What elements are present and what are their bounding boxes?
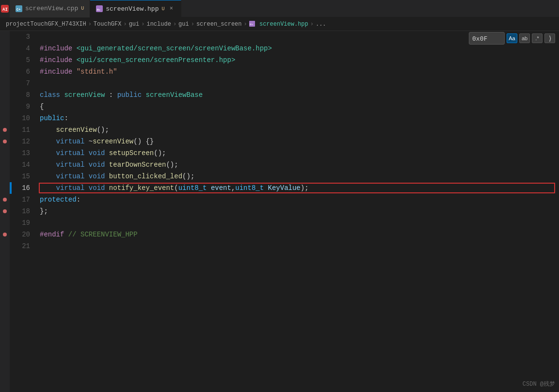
marker-line9 bbox=[0, 101, 10, 112]
breadcrumb-project[interactable]: projectTouchGFX_H743XIH bbox=[6, 21, 86, 28]
marker-line12 bbox=[0, 136, 10, 147]
code-line-5: #include <gui/screen_screen/screenPresen… bbox=[40, 54, 559, 66]
protected-keyword: protected bbox=[40, 196, 77, 204]
line-num-15: 15 bbox=[12, 171, 36, 182]
cpp-file-icon: C+ bbox=[16, 5, 22, 12]
type-uint8-keyvalue: uint8_t bbox=[235, 184, 264, 192]
marker-line5 bbox=[0, 54, 10, 66]
marker-strip bbox=[10, 31, 12, 392]
svg-text:AI: AI bbox=[2, 7, 8, 12]
code-line-14: virtual void tearDownScreen (); bbox=[40, 159, 559, 171]
breadcrumb-file[interactable]: H+ screenView.hpp bbox=[249, 21, 308, 28]
virtual-keyword-16: virtual bbox=[56, 184, 85, 192]
marker-line20 bbox=[0, 229, 10, 240]
func-teardownscreen: tearDownScreen bbox=[109, 161, 166, 169]
virtual-keyword-15: virtual bbox=[56, 172, 85, 180]
marker-line18 bbox=[0, 205, 10, 217]
classname-base: screenViewBase bbox=[145, 91, 203, 99]
marker-line11 bbox=[0, 124, 10, 136]
line-num-10: 10 bbox=[12, 112, 36, 124]
marker-line21 bbox=[0, 240, 10, 252]
line-num-18: 18 bbox=[12, 205, 36, 217]
tab-hpp-close[interactable]: × bbox=[167, 5, 175, 13]
search-panel: Aa ab .* ⟩ bbox=[469, 32, 555, 45]
line-num-20: 20 bbox=[12, 229, 36, 240]
search-btn-arrow[interactable]: ⟩ bbox=[544, 33, 555, 43]
marker-line7 bbox=[0, 78, 10, 89]
search-btn-aa[interactable]: Aa bbox=[507, 33, 517, 43]
app-icon: AI bbox=[1, 5, 9, 13]
line-num-5: 5 bbox=[12, 54, 36, 66]
void-keyword-16: void bbox=[89, 184, 105, 192]
breadcrumb: projectTouchGFX_H743XIH › TouchGFX › gui… bbox=[0, 17, 559, 31]
void-keyword-13: void bbox=[89, 149, 105, 157]
marker-line19 bbox=[0, 217, 10, 229]
breadcrumb-include[interactable]: include bbox=[146, 21, 171, 28]
type-uint8-event: uint8_t bbox=[178, 184, 207, 192]
line-num-14: 14 bbox=[12, 159, 36, 171]
class-keyword: class bbox=[40, 91, 60, 99]
line-num-13: 13 bbox=[12, 147, 36, 159]
include-path-5: <gui/screen_screen/screenPresenter.hpp> bbox=[77, 56, 236, 64]
line-numbers-gutter: 3 4 5 6 7 8 9 10 11 12 13 14 15 16 17 18… bbox=[12, 31, 36, 392]
line-num-9: 9 bbox=[12, 101, 36, 112]
line-num-12: 12 bbox=[12, 136, 36, 147]
line-num-3: 3 bbox=[12, 31, 36, 43]
line-num-21: 21 bbox=[12, 240, 36, 252]
void-keyword-15: void bbox=[89, 172, 105, 180]
endif-keyword: #endif bbox=[40, 231, 64, 238]
svg-text:H+: H+ bbox=[250, 23, 254, 26]
line-num-4: 4 bbox=[12, 43, 36, 54]
func-notify-key-event: notify_key_event bbox=[109, 184, 174, 192]
code-line-18: }; bbox=[40, 205, 559, 217]
svg-text:H+: H+ bbox=[97, 8, 101, 12]
func-screenview-dtor: screenView bbox=[93, 138, 133, 145]
marker-line14 bbox=[0, 159, 10, 171]
code-line-21 bbox=[40, 240, 559, 252]
code-line-17: protected : bbox=[40, 194, 559, 205]
code-area[interactable]: #include <gui_generated/screen_screen/sc… bbox=[36, 31, 559, 392]
search-btn-regex[interactable]: .* bbox=[532, 33, 543, 43]
watermark: CSDN @残梦 bbox=[523, 380, 555, 388]
param-event: event bbox=[211, 184, 231, 192]
breadcrumb-touchgfx[interactable]: TouchGFX bbox=[94, 21, 122, 28]
search-input[interactable] bbox=[472, 35, 501, 42]
code-line-7 bbox=[40, 78, 559, 89]
code-line-11: screenView (); bbox=[40, 124, 559, 136]
tab-bar: AI C+ screenView.cpp U H+ screenView.hpp… bbox=[0, 0, 559, 17]
marker-line16 bbox=[0, 182, 10, 194]
include-keyword-6: #include bbox=[40, 68, 72, 76]
breadcrumb-screen-screen[interactable]: screen_screen bbox=[196, 21, 242, 28]
marker-line3 bbox=[0, 31, 10, 43]
include-string-6: "stdint.h" bbox=[77, 68, 117, 76]
line-num-8: 8 bbox=[12, 89, 36, 101]
marker-line15 bbox=[0, 171, 10, 182]
tab-screenview-cpp[interactable]: C+ screenView.cpp U bbox=[10, 0, 90, 17]
line-num-11: 11 bbox=[12, 124, 36, 136]
line-num-17: 17 bbox=[12, 194, 36, 205]
include-path-4: <gui_generated/screen_screen/screenViewB… bbox=[77, 45, 272, 52]
tab-screenview-hpp[interactable]: H+ screenView.hpp U × bbox=[90, 0, 181, 17]
search-btn-ab[interactable]: ab bbox=[519, 33, 530, 43]
include-keyword-4: #include bbox=[40, 45, 72, 52]
public-keyword: public bbox=[40, 114, 64, 122]
editor-container: 3 4 5 6 7 8 9 10 11 12 13 14 15 16 17 18… bbox=[0, 31, 559, 392]
virtual-keyword-14: virtual bbox=[56, 161, 85, 169]
line-num-19: 19 bbox=[12, 217, 36, 229]
search-box[interactable] bbox=[469, 32, 505, 45]
code-line-10: public : bbox=[40, 112, 559, 124]
marker-line10 bbox=[0, 112, 10, 124]
breadcrumb-gui[interactable]: gui bbox=[129, 21, 140, 28]
tab-hpp-dirty: U bbox=[161, 6, 164, 12]
code-line-13: virtual void setupScreen (); bbox=[40, 147, 559, 159]
public-keyword-8: public bbox=[117, 91, 142, 99]
hpp-file-icon: H+ bbox=[96, 5, 103, 12]
marker-line17 bbox=[0, 194, 10, 205]
param-keyvalue: KeyValue bbox=[268, 184, 301, 192]
func-screenview-ctor: screenView bbox=[56, 126, 97, 134]
code-line-6: #include "stdint.h" bbox=[40, 66, 559, 78]
func-setupscreen: setupScreen bbox=[109, 149, 154, 157]
breadcrumb-gui2[interactable]: gui bbox=[178, 21, 189, 28]
tab-cpp-dirty: U bbox=[81, 6, 84, 11]
virtual-keyword-12: virtual bbox=[56, 138, 85, 145]
